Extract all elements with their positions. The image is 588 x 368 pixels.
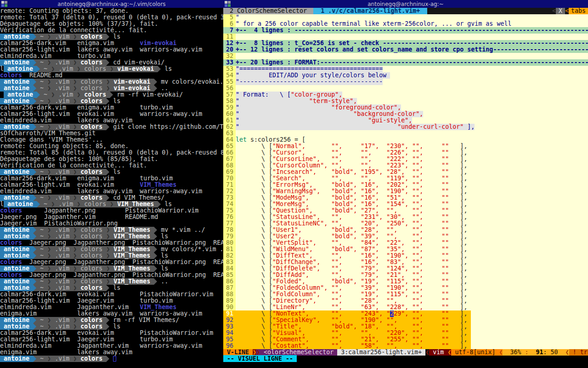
path-gap: [150, 265, 154, 272]
list-punctuation: ],: [460, 272, 467, 278]
left-terminal[interactable]: remote: Counting objects: 37, done.remot…: [0, 8, 223, 368]
chevron-right-icon: ❯: [47, 323, 55, 330]
color-group-name: "StatusLine",: [272, 214, 331, 220]
under-curl-value: "": [441, 291, 460, 298]
path-crumb: ~: [40, 233, 44, 240]
path-gap: [44, 195, 47, 201]
terminal-window-icon: [1, 1, 7, 7]
path-gap: [44, 278, 47, 285]
list-punctuation: \ [: [236, 317, 272, 323]
gui-style-value: "",: [412, 310, 441, 317]
vim-buffer[interactable]: 5"6" for a 256 color capable terminal li…: [223, 14, 588, 349]
vim-buffer-line: 90 \ ["LineNr", "", "63", "228", "", "" …: [223, 304, 588, 310]
path-gap: [36, 124, 40, 130]
background-color-value: "250",: [386, 220, 412, 227]
output-text: Jaeger.png Jagpanther.png PistachioWarri…: [22, 259, 223, 265]
path-crumb: .vim: [55, 98, 69, 104]
foreground-color-value: "231",: [361, 214, 386, 220]
line-number: 88: [223, 291, 236, 298]
tabs-menu-button[interactable]: tabs: [569, 8, 588, 14]
list-punctuation: \ [: [236, 265, 272, 272]
path-crumb: colors: [80, 285, 102, 291]
list-punctuation: ],: [460, 233, 467, 240]
path-gap: [102, 124, 106, 130]
stray-char: [0, 92, 4, 98]
color-group-name: "Comment",: [272, 336, 331, 343]
gui-style-value: "",: [412, 317, 441, 323]
prompt-user-segment: antoine: [0, 233, 33, 240]
prompt-user-segment: antoine: [0, 124, 33, 130]
under-curl-value: "": [441, 323, 460, 330]
path-crumb: colors: [80, 356, 102, 362]
path-gap: [36, 34, 40, 40]
path-gap: [69, 253, 73, 259]
path-gap: [69, 85, 73, 92]
color-group-name: "MoreMsg",: [272, 201, 331, 207]
foreground-color-value: "",: [361, 330, 386, 336]
color-group-name: "DiffDelete",: [272, 265, 331, 272]
path-crumb: colors: [80, 169, 102, 175]
line-content: \ ["Title", "bold", "18", "", "", "" ],: [236, 323, 588, 330]
vim-statusline: V-LINE ❯ ❯ <olorSchemeSelector 3:calmar2…: [223, 349, 588, 356]
foreground-color-value: "",: [361, 162, 386, 169]
code-segment: ": [236, 111, 353, 117]
chevron-right-icon: ❯: [73, 195, 80, 201]
vim-buffer-line: 6" for a 256 color capable terminal like…: [223, 21, 588, 27]
shell-output-line: calmar256-light.vim evokai.vim warriors-…: [0, 111, 223, 117]
shell-command: ..: [157, 278, 168, 285]
chevron-right-icon: ❯: [106, 85, 113, 92]
code-segment: "color-group",: [291, 92, 342, 98]
vim-buffer-line: 91 \ ["NonText", "", "243", "229", "", "…: [223, 310, 588, 317]
line-number: 84: [223, 265, 236, 272]
gui-style-value: "",: [412, 336, 441, 343]
shell-output-line: elmindreda.vim Jagpanther.vim warriors-a…: [0, 343, 223, 349]
code-segment: ": [236, 124, 397, 130]
foreground-color-value: "79",: [361, 272, 386, 278]
shell-output-line: enigma.vim lakers_away.vim: [0, 349, 223, 356]
path-gap: [44, 253, 47, 259]
shell-output-line: colors README.md: [0, 72, 223, 79]
path-gap: [44, 233, 47, 240]
code-segment: "term-style",: [309, 98, 357, 104]
chevron-right-icon: ❯: [47, 227, 55, 233]
shell-output-line: calmar256-dark.vim evokai.vim PistachioW…: [0, 291, 223, 298]
term-style-value: "",: [331, 156, 361, 162]
shell-output-line: calmar256-dark.vim enigma.vim turbo.vim: [0, 175, 223, 182]
tab-colorschemeselector[interactable]: 2 ColorSchemeSelector: [223, 8, 313, 14]
line-number: 67: [223, 156, 236, 162]
foreground-color-value: "16",: [361, 195, 386, 201]
fold-text: +-- 4 lignes : -------------------------…: [236, 27, 588, 34]
line-number: 95: [223, 336, 236, 343]
line-number: 58: [223, 98, 236, 104]
tab-calmar256-light[interactable]: 1 .v/c/calmar256-light.vim+: [313, 8, 427, 14]
shell-output-line: Jaeger.png Jagpanther.vim README.md: [0, 214, 223, 220]
vim-tabline: 2 ColorSchemeSelector 1 .v/c/calmar256-l…: [223, 8, 588, 14]
path-crumb: .vim: [55, 317, 69, 323]
line-content: \ ["Visual", "", "", "220", "", "" ],: [236, 330, 588, 336]
powerline-separator-icon: ❯: [253, 349, 256, 356]
prompt-user-segment: antoine: [0, 195, 33, 201]
path-crumb: colors: [84, 201, 106, 207]
path-crumb: colors: [80, 265, 102, 272]
path-gap: [69, 356, 73, 362]
color-group-name: "DiffAdd",: [272, 272, 331, 278]
vim-buffer-line: 76 \ ["StatusLine", "", "231", "30", "",…: [223, 214, 588, 220]
gui-style-value: "",: [412, 162, 441, 169]
vim-terminal[interactable]: 2 ColorSchemeSelector 1 .v/c/calmar256-l…: [223, 8, 588, 368]
background-color-value: "28",: [386, 169, 412, 175]
line-number: 90: [223, 304, 236, 310]
statusline-mode: V-LINE: [223, 349, 253, 356]
vim-buffer-line: 77 \ ["StatusLineNC", "", "20", "250", "…: [223, 220, 588, 227]
chevron-right-icon: ❯: [47, 85, 55, 92]
vim-buffer-line: 84 \ ["DiffDelete", "", "79", "124", "",…: [223, 265, 588, 272]
background-color-value: "154",: [386, 201, 412, 207]
gui-style-value: "",: [412, 156, 441, 162]
vim-buffer-line: 58" "term-style",: [223, 98, 588, 104]
path-crumb: ~: [40, 169, 44, 175]
under-curl-value: "": [441, 265, 460, 272]
close-tab-button[interactable]: X: [556, 8, 565, 14]
line-content: "---------------------------------------: [236, 79, 588, 85]
vim-buffer-line: 54" EDIT/ADD your style/colors below: [223, 72, 588, 79]
term-style-value: "",: [331, 310, 361, 317]
under-curl-value: "": [441, 304, 460, 310]
